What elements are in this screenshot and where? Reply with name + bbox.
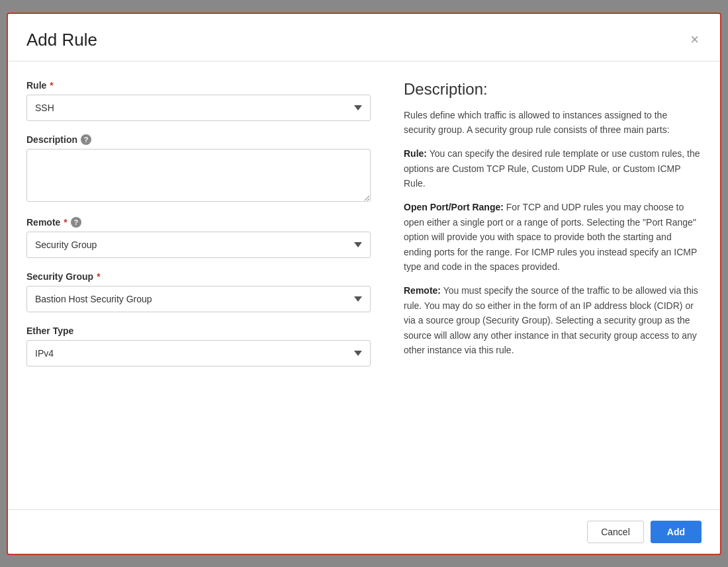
remote-help-icon[interactable]: ? [71,217,81,228]
port-heading: Open Port/Port Range: [404,202,504,212]
description-help-icon[interactable]: ? [81,134,91,145]
rule-para-text: You can specify the desired rule templat… [404,148,700,189]
rule-label: Rule * [26,80,371,91]
description-intro: Rules define which traffic is allowed to… [404,108,702,138]
form-section: Rule * SSH Description ? [26,80,371,496]
security-group-group: Security Group * Bastion Host Security G… [26,271,371,312]
description-port-para: Open Port/Port Range: For TCP and UDP ru… [404,200,702,274]
modal-header: Add Rule × [8,14,720,62]
remote-group: Remote * ? Security Group [26,217,371,258]
ether-type-group: Ether Type IPv4 [26,326,371,367]
description-label: Description ? [26,134,371,145]
modal-footer: Cancel Add [8,509,720,554]
security-group-select[interactable]: Bastion Host Security Group [26,286,371,312]
description-section: Description: Rules define which traffic … [397,80,702,496]
security-group-label: Security Group * [26,271,371,282]
ether-type-select[interactable]: IPv4 [26,340,371,367]
rule-group: Rule * SSH [26,80,371,121]
description-group: Description ? [26,134,371,204]
rule-heading: Rule: [404,148,427,159]
remote-required-star: * [64,217,67,228]
modal-dialog: Add Rule × Rule * SSH [7,13,721,555]
description-remote-para: Remote: You must specify the source of t… [404,283,702,357]
remote-label: Remote * ? [26,217,371,228]
modal-overlay: Add Rule × Rule * SSH [0,0,728,567]
remote-para-text: You must specify the source of the traff… [404,285,698,355]
description-textarea[interactable] [26,149,371,202]
security-group-required-star: * [97,271,100,282]
description-rule-para: Rule: You can specify the desired rule t… [404,146,702,191]
add-button[interactable]: Add [651,521,702,543]
ether-type-label: Ether Type [26,326,371,336]
remote-heading: Remote: [404,285,441,296]
modal-body: Rule * SSH Description ? [8,62,720,509]
rule-required-star: * [50,80,53,91]
remote-select[interactable]: Security Group [26,232,371,258]
cancel-button[interactable]: Cancel [587,521,644,543]
modal-title: Add Rule [26,30,97,50]
rule-select[interactable]: SSH [26,95,371,121]
description-panel-title: Description: [404,80,702,99]
close-button[interactable]: × [688,32,702,47]
